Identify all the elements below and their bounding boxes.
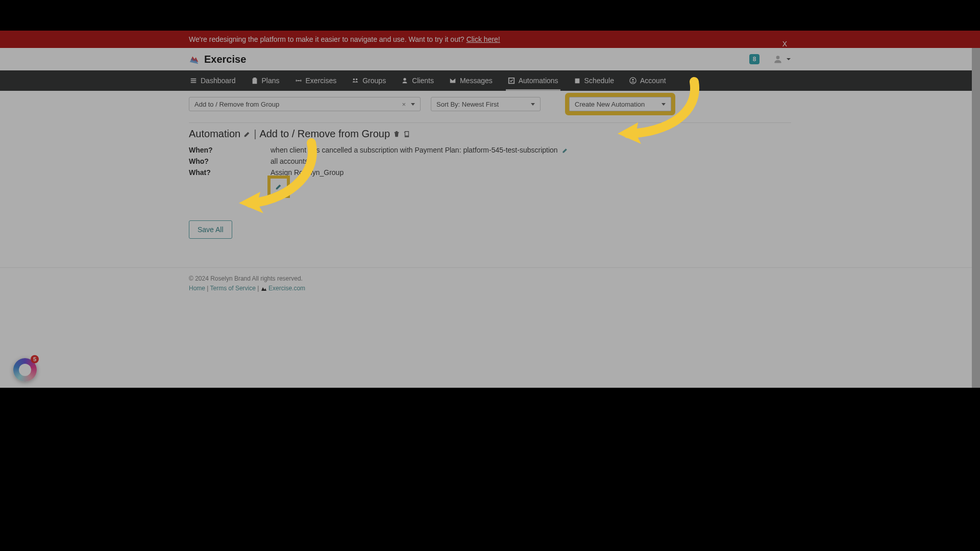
nav-schedule[interactable]: Schedule: [573, 70, 615, 91]
chevron-down-icon: [786, 57, 791, 62]
when-value: when client has cancelled a subscription…: [271, 146, 791, 154]
controls-row: Add to / Remove from Group × Sort By: Ne…: [189, 97, 791, 111]
nav-account[interactable]: Account: [628, 70, 667, 91]
clipboard-icon: [251, 77, 258, 84]
nav-messages[interactable]: Messages: [448, 70, 494, 91]
user-menu[interactable]: [773, 54, 791, 64]
pencil-icon[interactable]: [243, 131, 251, 138]
brand-logo-icon: [189, 54, 200, 65]
footer-terms-link[interactable]: Terms of Service: [210, 285, 256, 292]
who-value: all accounts: [271, 157, 791, 165]
nav-dashboard[interactable]: Dashboard: [189, 70, 237, 91]
chevron-down-icon: [531, 103, 535, 106]
nav-label: Automations: [519, 77, 558, 85]
calendar-icon: [574, 77, 581, 84]
pencil-icon: [275, 183, 282, 190]
title-suffix: Add to / Remove from Group: [259, 128, 390, 140]
nav-clients[interactable]: Clients: [400, 70, 435, 91]
footer-exercise-link[interactable]: Exercise.com: [268, 285, 305, 292]
nav-plans[interactable]: Plans: [250, 70, 281, 91]
edit-what-button[interactable]: [271, 179, 287, 195]
app-viewport: We're redesigning the platform to make i…: [0, 31, 980, 388]
content-area: Add to / Remove from Group × Sort By: Ne…: [0, 91, 980, 256]
svg-point-3: [404, 78, 406, 81]
letterbox-bottom: [0, 388, 980, 551]
title-prefix: Automation: [189, 128, 240, 140]
nav-automations[interactable]: Automations: [507, 70, 559, 91]
create-automation-select[interactable]: Create New Automation: [569, 97, 671, 111]
redesign-banner: We're redesigning the platform to make i…: [0, 31, 980, 48]
nav-label: Exercises: [306, 77, 337, 85]
nav-label: Plans: [262, 77, 280, 85]
person-icon: [401, 77, 408, 84]
filter-value: Add to / Remove from Group: [194, 101, 279, 108]
exercise-logo-icon: [261, 286, 267, 292]
svg-point-2: [356, 79, 358, 81]
svg-point-1: [353, 79, 355, 81]
chevron-down-icon: [662, 103, 666, 106]
footer-home-link[interactable]: Home: [189, 285, 205, 292]
scrollbar[interactable]: [972, 31, 980, 388]
banner-close-button[interactable]: X: [778, 35, 791, 53]
create-value: Create New Automation: [575, 101, 645, 108]
brand-bar: Exercise 8: [0, 48, 980, 70]
filter-clear-button[interactable]: ×: [402, 101, 406, 108]
banner-link[interactable]: Click here!: [467, 35, 500, 43]
letterbox-top: [0, 0, 980, 31]
envelope-icon: [449, 77, 456, 84]
main-nav: Dashboard Plans Exercises Groups Clients…: [0, 70, 980, 91]
footer-copyright: © 2024 Roselyn Brand All rights reserved…: [189, 274, 791, 284]
help-widget-badge: 5: [31, 355, 39, 363]
sort-select[interactable]: Sort By: Newest First: [431, 97, 541, 111]
groups-icon: [352, 77, 359, 84]
separator: |: [254, 128, 256, 140]
chevron-down-icon: [411, 103, 415, 106]
who-label: Who?: [189, 157, 271, 165]
nav-label: Clients: [412, 77, 434, 85]
banner-text: We're redesigning the platform to make i…: [189, 35, 464, 43]
check-square-icon: [508, 77, 515, 84]
nav-label: Schedule: [584, 77, 614, 85]
nav-label: Messages: [460, 77, 493, 85]
what-label: What?: [189, 168, 271, 195]
brand[interactable]: Exercise: [189, 54, 246, 65]
dumbbell-icon: [295, 77, 302, 84]
save-all-button[interactable]: Save All: [189, 220, 232, 239]
help-widget[interactable]: 5: [13, 358, 37, 382]
automation-title: Automation | Add to / Remove from Group: [189, 128, 791, 140]
pencil-icon[interactable]: [562, 147, 568, 154]
copy-icon[interactable]: [403, 131, 410, 138]
account-circle-icon: [629, 77, 636, 84]
list-icon: [190, 77, 197, 84]
trash-icon[interactable]: [393, 131, 400, 138]
divider: [189, 122, 791, 123]
what-value: Assign Roselyn_Group: [271, 168, 791, 195]
user-icon: [773, 54, 783, 64]
nav-label: Dashboard: [201, 77, 236, 85]
nav-label: Groups: [362, 77, 386, 85]
when-label: When?: [189, 146, 271, 154]
nav-exercises[interactable]: Exercises: [294, 70, 338, 91]
scrollbar-thumb[interactable]: [972, 31, 980, 388]
footer: © 2024 Roselyn Brand All rights reserved…: [0, 268, 980, 349]
svg-point-5: [632, 79, 634, 81]
svg-point-0: [776, 56, 780, 59]
automation-details: When? when client has cancelled a subscr…: [189, 146, 791, 195]
notification-badge[interactable]: 8: [749, 54, 760, 64]
nav-label: Account: [640, 77, 666, 85]
filter-select[interactable]: Add to / Remove from Group ×: [189, 97, 421, 111]
brand-name: Exercise: [204, 54, 246, 65]
sort-value: Sort By: Newest First: [436, 101, 499, 108]
nav-groups[interactable]: Groups: [351, 70, 387, 91]
